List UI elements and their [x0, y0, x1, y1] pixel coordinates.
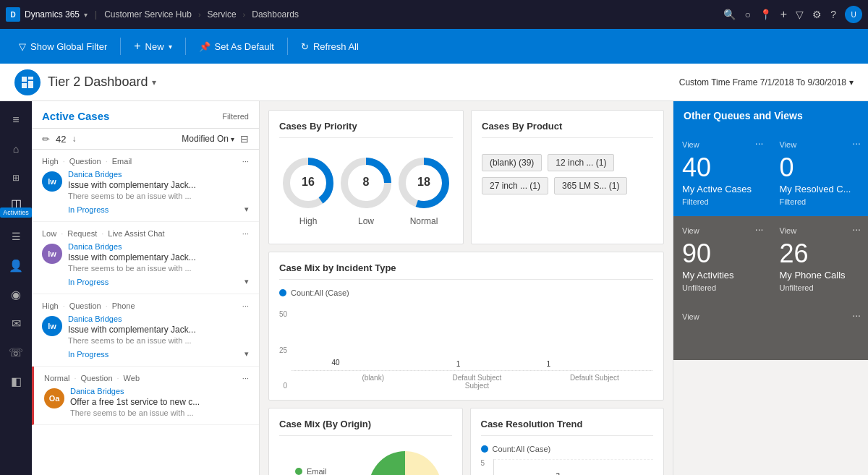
app-name[interactable]: Dynamics 365 — [25, 9, 80, 20]
pencil-icon[interactable]: ✏ — [42, 134, 50, 145]
product-tag[interactable]: 365 LM S... (1) — [554, 177, 627, 194]
queue-card-active-cases[interactable]: View ··· 40 My Active Cases Filtered — [673, 130, 771, 216]
nav-activities-label: Activities — [0, 207, 32, 218]
queue-number: 26 — [780, 241, 860, 267]
nav-reports[interactable]: ◧ — [3, 368, 29, 394]
donut-low: 8 Low — [337, 154, 395, 226]
case-info: Danica Bridges Issue with complementary … — [68, 314, 249, 345]
filter-icon[interactable]: ▽ — [796, 9, 804, 20]
x-axis: (blank) Default Subject Subject Default … — [292, 371, 653, 390]
resolution-trend-card: Case Resolution Trend Count:All (Case) 5… — [470, 408, 665, 475]
column-filter-icon[interactable]: ⊟ — [240, 133, 249, 145]
top-nav-right: 🔍 ○ 📍 + ▽ ⚙ ? U — [723, 6, 862, 23]
nav-contacts[interactable]: 👤 — [3, 252, 29, 278]
case-item[interactable]: High · Question · Phone ··· lw Danica Br… — [32, 294, 259, 367]
incident-type-card: Case Mix by Incident Type Count:All (Cas… — [268, 252, 664, 401]
product-tag[interactable]: (blank) (39) — [482, 154, 542, 171]
pie-svg: 13 10 — [358, 448, 452, 475]
case-more-icon[interactable]: ··· — [242, 374, 249, 382]
location-icon[interactable]: 📍 — [760, 9, 772, 20]
refresh-button[interactable]: ↻ Refresh All — [294, 37, 366, 56]
queue-more-icon[interactable]: ··· — [755, 137, 764, 149]
search-icon[interactable]: 🔍 — [723, 9, 736, 20]
case-expand-icon[interactable]: ▾ — [244, 205, 249, 214]
case-status: In Progress ▾ — [68, 277, 249, 286]
case-more-icon[interactable]: ··· — [242, 301, 249, 310]
module-name[interactable]: Customer Service Hub — [104, 9, 192, 20]
case-item[interactable]: Low · Request · Live Assist Chat ··· lw … — [32, 222, 259, 294]
breadcrumb-service[interactable]: Service — [208, 9, 237, 20]
main-layout: ≡ ⌂ ⊞ ◫ Activities ☰ 👤 ◉ ✉ ☏ ◧ Active Ca… — [0, 101, 868, 475]
new-button[interactable]: + New ▾ — [127, 35, 179, 57]
queue-sub: Unfiltered — [682, 283, 762, 292]
global-filter-button[interactable]: ▽ Show Global Filter — [12, 37, 114, 56]
queue-name: My Phone Calls — [780, 270, 860, 281]
donut-high-label: High — [299, 216, 318, 226]
y-label: 5 — [481, 459, 491, 467]
nav-email[interactable]: ✉ — [3, 310, 29, 336]
product-tag[interactable]: 27 inch ... (1) — [482, 177, 548, 194]
case-expand-icon[interactable]: ▾ — [244, 277, 249, 286]
case-item[interactable]: High · Question · Email ··· lw Danica Br… — [32, 150, 259, 222]
nav-phone[interactable]: ☏ — [3, 339, 29, 365]
case-channel: Web — [124, 374, 140, 382]
queue-view-label: View — [682, 226, 762, 235]
sort-down-icon[interactable]: ↓ — [72, 134, 76, 144]
origin-card: Case Mix (By Origin) ◀ Email Live Assist… — [268, 408, 463, 475]
case-owner: Danica Bridges — [68, 242, 249, 251]
queue-card-resolved-cases[interactable]: View ··· 0 My Resolved C... Filtered — [771, 130, 869, 216]
case-content: lw Danica Bridges Issue with complementa… — [42, 170, 249, 200]
case-description: There seems to be an issue with ... — [68, 264, 249, 273]
queue-card-activities[interactable]: View ··· 90 My Activities Unfiltered — [673, 216, 771, 302]
case-description: There seems to be an issue with ... — [68, 192, 249, 200]
nav-activities[interactable]: ◫ Activities — [3, 194, 29, 221]
app-dropdown-icon[interactable]: ▾ — [84, 11, 88, 19]
case-status-text: In Progress — [68, 205, 109, 214]
svg-text:18: 18 — [417, 176, 430, 188]
queue-number: 40 — [682, 155, 762, 181]
bar-value: 3 — [542, 472, 574, 475]
case-expand-icon[interactable]: ▾ — [244, 349, 249, 359]
case-title: Issue with complementary Jack... — [68, 180, 249, 190]
case-item[interactable]: Normal · Question · Web ··· Oa Danica Br… — [32, 367, 259, 425]
queue-cards-grid: View ··· 40 My Active Cases Filtered Vie… — [673, 130, 868, 360]
queue-more-icon[interactable]: ··· — [852, 309, 861, 321]
nav-hamburger[interactable]: ≡ — [3, 107, 29, 133]
dashboard-time-frame[interactable]: Custom Time Frame 7/1/2018 To 9/30/2018 … — [679, 77, 854, 87]
queue-more-icon[interactable]: ··· — [852, 137, 861, 149]
product-tag[interactable]: 12 inch ... (1) — [548, 154, 614, 171]
origin-chart-title: Case Mix (By Origin) — [279, 419, 452, 436]
case-avatar: lw — [42, 171, 62, 192]
case-owner: Danica Bridges — [68, 170, 249, 179]
bar-chart: 50 25 0 40 — [279, 303, 653, 390]
settings-icon[interactable]: ⚙ — [812, 9, 822, 20]
x-label-default2: Default Subject — [570, 374, 619, 390]
svg-rect-1 — [28, 77, 33, 80]
case-more-icon[interactable]: ··· — [242, 157, 249, 166]
queue-more-icon[interactable]: ··· — [755, 223, 764, 235]
set-default-button[interactable]: 📌 Set As Default — [192, 37, 281, 56]
nav-cases[interactable]: ☰ — [3, 223, 29, 249]
breadcrumb-dashboards[interactable]: Dashboards — [252, 9, 299, 20]
case-title: Offer a free 1st service to new c... — [70, 397, 249, 407]
bars-area: 40 1 1 — [292, 370, 653, 371]
help-icon[interactable]: ? — [830, 9, 836, 20]
spacer — [292, 374, 328, 390]
case-description: There seems to be an issue with ... — [70, 408, 249, 417]
add-icon[interactable]: + — [780, 8, 787, 21]
ring-icon[interactable]: ○ — [744, 9, 750, 20]
bar-label-value: 1 — [527, 360, 570, 368]
queue-card-phone-calls[interactable]: View ··· 26 My Phone Calls Unfiltered — [771, 216, 869, 302]
queue-more-icon[interactable]: ··· — [852, 223, 861, 235]
queue-card-empty[interactable]: View ··· — [673, 302, 868, 360]
dashboard-title[interactable]: Tier 2 Dashboard ▾ — [48, 74, 156, 90]
user-avatar[interactable]: U — [845, 6, 862, 23]
queue-view-label: View — [682, 312, 859, 321]
nav-recent[interactable]: ⊞ — [3, 165, 29, 191]
sort-button[interactable]: Modified On ▾ — [182, 134, 234, 144]
nav-home[interactable]: ⌂ — [3, 136, 29, 162]
nav-knowledge[interactable]: ◉ — [3, 281, 29, 307]
case-more-icon[interactable]: ··· — [242, 229, 249, 238]
bar-label-value: 1 — [437, 360, 480, 368]
toolbar-separator-2 — [185, 38, 186, 55]
